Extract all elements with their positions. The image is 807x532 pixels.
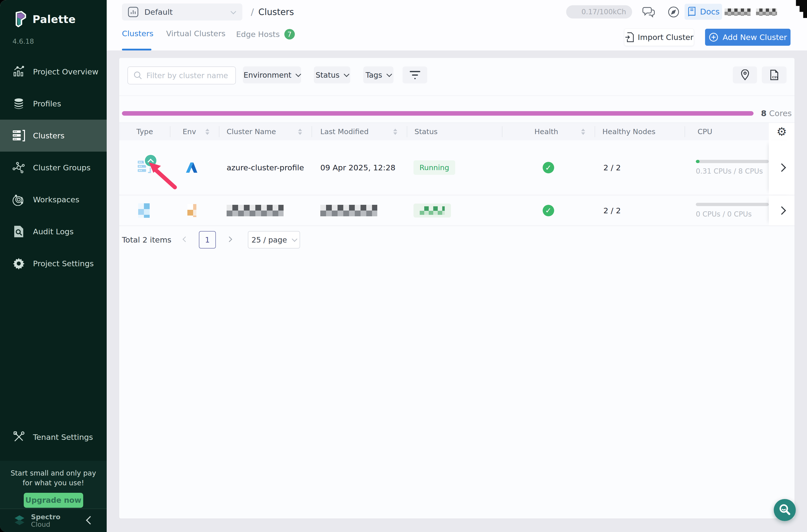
edge-hosts-count-badge: 7 — [284, 29, 295, 39]
cell-cluster-name[interactable]: azure-cluster-profile — [219, 140, 312, 195]
sidebar-item-project-settings[interactable]: Project Settings — [0, 248, 107, 280]
cell-cluster-name[interactable] — [219, 195, 312, 226]
tab-label: Clusters — [122, 29, 153, 38]
tab-virtual-clusters[interactable]: Virtual Clusters — [166, 29, 225, 38]
sidebar-item-label: Tenant Settings — [33, 433, 93, 442]
import-cluster-button[interactable]: Import Cluster — [624, 29, 694, 46]
sidebar-item-profiles[interactable]: Profiles — [0, 88, 107, 120]
sidebar-tenant-section: Tenant Settings — [0, 421, 107, 453]
docs-button-label: Docs — [700, 7, 719, 17]
sidebar-item-clusters[interactable]: Clusters — [0, 120, 107, 152]
azure-icon — [185, 162, 198, 173]
palette-app-window: Palette 4.6.18 Project Overview — [0, 0, 807, 532]
compass-icon[interactable] — [667, 5, 680, 18]
sidebar-item-audit-logs[interactable]: Audit Logs — [0, 215, 107, 248]
row-expand-button[interactable] — [769, 140, 794, 195]
cell-env — [170, 195, 219, 226]
pagination-page-1[interactable]: 1 — [199, 231, 216, 248]
pagination-total: Total 2 items — [122, 235, 171, 244]
cores-unit: Cores — [769, 109, 792, 118]
cell-last-modified — [312, 195, 407, 226]
redacted-username-block — [756, 8, 777, 16]
cell-env — [170, 140, 219, 195]
pagination-prev-button[interactable] — [183, 237, 187, 242]
sidebar-item-tenant-settings[interactable]: Tenant Settings — [0, 421, 107, 453]
redacted-username[interactable] — [725, 8, 777, 16]
page-title: Clusters — [258, 7, 294, 17]
tabs-row: Clusters Virtual Clusters Edge Hosts 7 I… — [107, 24, 807, 51]
sort-icon[interactable] — [298, 129, 302, 135]
chevron-right-icon — [777, 163, 786, 172]
cell-healthy-nodes: 2 / 2 — [595, 195, 684, 226]
cpu-usage-label: 0 CPUs / 0 CPUs — [696, 210, 769, 218]
upgrade-now-button[interactable]: Upgrade now — [24, 493, 83, 508]
page-size-select[interactable]: 25 / page — [248, 231, 300, 248]
sidebar-item-label: Project Settings — [33, 259, 94, 268]
project-dashboard-icon — [127, 6, 139, 18]
sidebar-item-label: Clusters — [33, 131, 64, 140]
tab-clusters[interactable]: Clusters — [122, 29, 153, 38]
search-input[interactable] — [146, 71, 229, 80]
magnifier-smile-icon — [778, 503, 792, 517]
sort-icon[interactable] — [205, 129, 209, 135]
table-settings-cell[interactable]: ⚙ — [769, 123, 794, 140]
project-selector[interactable]: Default — [122, 3, 242, 20]
table-row[interactable]: ✓ 2 / 2 0 CPUs / 0 CPUs — [119, 195, 794, 226]
page-size-value: 25 / page — [251, 235, 287, 244]
table-row[interactable]: azure-cluster-profile 09 Apr 2025, 12:28… — [119, 140, 794, 195]
breadcrumb-separator: / — [251, 7, 254, 17]
tab-label: Edge Hosts — [236, 30, 280, 39]
sidebar-collapse-button[interactable] — [87, 517, 93, 524]
chevron-left-icon — [86, 516, 94, 525]
project-selector-value: Default — [145, 7, 173, 17]
environment-filter-dropdown[interactable]: Environment — [243, 66, 301, 83]
map-view-button[interactable] — [733, 66, 757, 83]
sort-icon[interactable] — [581, 129, 585, 135]
more-filters-button[interactable] — [402, 66, 427, 83]
sidebar-item-label: Profiles — [33, 99, 61, 108]
redacted-last-modified — [320, 205, 377, 216]
workspaces-icon — [12, 193, 25, 206]
column-header-cluster-name[interactable]: Cluster Name — [219, 123, 312, 140]
docs-button[interactable]: Docs — [684, 4, 722, 20]
cell-last-modified: 09 Apr 2025, 12:28 — [312, 140, 407, 195]
table-settings-gear-icon[interactable]: ⚙ — [776, 125, 787, 138]
add-new-cluster-button[interactable]: Add New Cluster — [705, 29, 790, 46]
sidebar-item-workspaces[interactable]: Workspaces — [0, 184, 107, 215]
column-header-env[interactable]: Env — [170, 123, 219, 140]
row-expand-button[interactable] — [769, 195, 794, 226]
tab-edge-hosts[interactable]: Edge Hosts 7 — [236, 29, 295, 39]
chevron-down-icon — [296, 72, 301, 77]
sidebar-item-cluster-groups[interactable]: Cluster Groups — [0, 152, 107, 184]
chat-icon[interactable] — [642, 5, 655, 18]
pagination-next-button[interactable] — [227, 237, 231, 242]
tags-filter-dropdown[interactable]: Tags — [363, 66, 394, 83]
status-filter-dropdown[interactable]: Status — [314, 66, 350, 83]
support-search-fab[interactable] — [774, 499, 796, 521]
spectro-cloud-logo-icon — [13, 514, 26, 527]
column-header-status: Status — [407, 123, 502, 140]
sidebar-item-label: Cluster Groups — [33, 163, 91, 172]
environment-filter-label: Environment — [244, 71, 292, 79]
cell-health: ✓ — [502, 195, 595, 226]
sidebar-item-project-overview[interactable]: Project Overview — [0, 56, 107, 88]
usage-counter-badge: 0.17/100kCh — [566, 5, 632, 18]
import-cluster-label: Import Cluster — [638, 33, 694, 42]
palette-logo: Palette — [14, 11, 76, 27]
sort-icon[interactable] — [393, 129, 397, 135]
column-header-last-modified[interactable]: Last Modified — [312, 123, 407, 140]
cell-cpu: 0.31 CPUs / 8 CPUs — [684, 140, 769, 195]
column-header-health[interactable]: Health — [502, 123, 595, 140]
chevron-down-icon — [231, 10, 236, 15]
chevron-right-icon — [777, 206, 786, 215]
project-overview-icon — [12, 65, 25, 78]
brand-bar: Spectro Cloud — [0, 509, 107, 532]
cell-cpu: 0 CPUs / 0 CPUs — [684, 195, 769, 226]
filter-lines-icon — [410, 71, 420, 79]
brand-name: Spectro Cloud — [31, 513, 60, 528]
sidebar: Palette 4.6.18 Project Overview — [0, 0, 107, 532]
plus-circle-icon — [709, 32, 718, 42]
export-csv-button[interactable]: csv — [762, 66, 787, 83]
column-header-cpu: CPU — [684, 123, 769, 140]
import-file-icon — [625, 32, 634, 42]
